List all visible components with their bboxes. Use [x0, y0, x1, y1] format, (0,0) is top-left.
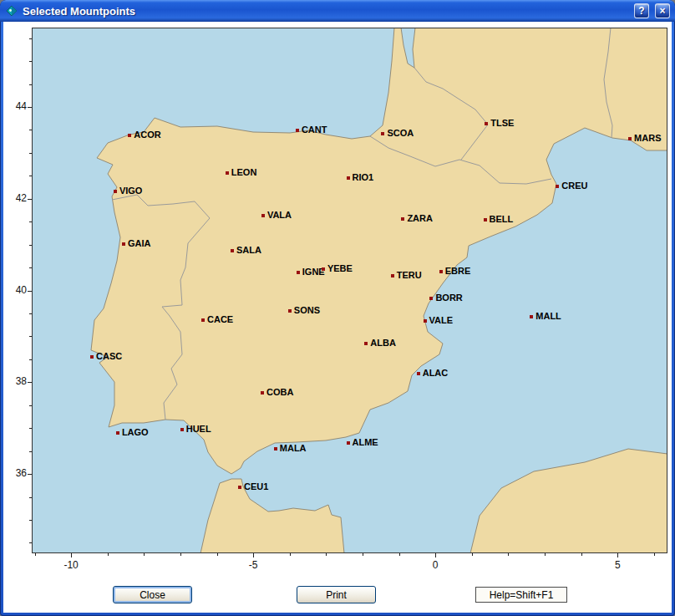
station-marker-vala [261, 214, 265, 217]
close-button[interactable]: Close [113, 586, 192, 603]
x-tick-label: -10 [54, 559, 88, 571]
station-label-leon: LEON [231, 167, 257, 178]
print-button[interactable]: Print [297, 586, 376, 603]
x-tick [35, 553, 36, 556]
station-label-bell: BELL [490, 214, 514, 225]
station-marker-vale [424, 319, 427, 323]
y-tick-label: 42 [3, 192, 27, 204]
station-marker-zara [401, 217, 404, 221]
station-label-ebre: EBRE [445, 266, 471, 277]
station-marker-lago [116, 431, 119, 435]
help-shortcut-button[interactable]: Help=Shift+F1 [475, 587, 567, 603]
station-marker-cace [201, 318, 205, 322]
station-marker-igne [297, 271, 300, 274]
dialog-content: ACORVIGOGAIACASCLAGOHUELCACELEONSALAVALA… [3, 22, 672, 613]
station-label-vala: VALA [267, 210, 292, 221]
station-label-mala: MALA [280, 443, 307, 454]
y-tick [28, 107, 32, 108]
y-tick [28, 291, 32, 292]
x-tick [290, 553, 291, 556]
x-tick [108, 553, 109, 556]
station-label-huel: HUEL [186, 424, 211, 435]
x-tick [435, 553, 436, 557]
y-tick-label: 40 [3, 284, 27, 296]
y-tick [29, 84, 32, 85]
station-marker-teru [391, 274, 394, 277]
x-tick [326, 553, 327, 556]
y-tick [28, 382, 32, 383]
x-tick [617, 553, 618, 557]
station-marker-bell [484, 218, 487, 221]
station-marker-coba [261, 391, 264, 395]
x-tick [508, 553, 509, 556]
station-marker-cant [296, 129, 299, 132]
y-tick [29, 497, 32, 498]
station-label-gaia: GAIA [128, 238, 151, 249]
station-marker-alba [364, 342, 368, 345]
station-marker-sons [288, 309, 292, 313]
help-icon[interactable]: ? [634, 3, 649, 18]
station-label-scoa: SCOA [387, 128, 414, 139]
station-label-ceu1: CEU1 [244, 481, 268, 492]
station-marker-borr [429, 297, 433, 300]
station-label-mall: MALL [535, 311, 561, 322]
station-label-coba: COBA [266, 387, 293, 398]
station-marker-vigo [114, 190, 117, 193]
station-label-alme: ALME [353, 437, 378, 448]
y-tick [29, 267, 32, 268]
station-label-mars: MARS [634, 133, 661, 144]
y-tick [29, 61, 32, 62]
x-tick [217, 553, 218, 556]
y-tick-label: 44 [3, 100, 27, 112]
x-tick [654, 553, 655, 556]
x-tick [545, 553, 546, 556]
station-marker-scoa [381, 132, 384, 135]
x-tick [363, 553, 363, 556]
station-label-vigo: VIGO [119, 186, 143, 196]
station-label-zara: ZARA [407, 213, 433, 224]
close-icon[interactable]: × [655, 3, 670, 18]
y-tick-label: 36 [3, 467, 27, 479]
station-label-cace: CACE [207, 314, 233, 325]
station-label-alac: ALAC [423, 368, 449, 379]
station-marker-mala [274, 447, 277, 451]
y-tick [29, 336, 32, 337]
x-tick [144, 553, 145, 556]
station-label-teru: TERU [397, 270, 422, 281]
y-tick [28, 474, 32, 475]
station-label-creu: CREU [561, 181, 587, 191]
station-marker-leon [226, 171, 229, 175]
station-marker-casc [90, 355, 94, 359]
y-tick [29, 520, 32, 521]
y-tick [29, 405, 32, 406]
y-tick [29, 130, 32, 130]
station-label-cant: CANT [302, 125, 327, 135]
app-icon [5, 4, 18, 18]
x-tick [472, 553, 473, 556]
x-tick-label: 0 [419, 559, 452, 571]
titlebar[interactable]: Selected Mountpoints ? × [0, 0, 675, 22]
station-marker-mars [628, 137, 632, 140]
y-tick [29, 359, 32, 360]
y-tick [29, 245, 32, 246]
station-marker-yebe [322, 267, 325, 271]
station-marker-sala [231, 249, 234, 252]
x-tick-label: -5 [236, 559, 270, 571]
station-label-sala: SALA [236, 245, 261, 256]
station-label-rio1: RIO1 [353, 172, 374, 183]
x-tick [180, 553, 181, 556]
station-label-casc: CASC [96, 351, 122, 362]
station-marker-tlse [485, 122, 488, 125]
y-tick-label: 38 [3, 375, 27, 387]
station-marker-acor [128, 134, 131, 137]
y-tick [29, 428, 32, 429]
y-tick [29, 313, 32, 314]
station-label-acor: ACOR [134, 130, 160, 140]
station-marker-creu [556, 185, 559, 188]
station-label-alba: ALBA [370, 338, 396, 349]
window-title: Selected Mountpoints [23, 5, 135, 18]
station-marker-ceu1 [238, 486, 241, 489]
y-tick [29, 153, 32, 154]
station-label-sons: SONS [294, 305, 320, 316]
y-tick [29, 542, 32, 543]
